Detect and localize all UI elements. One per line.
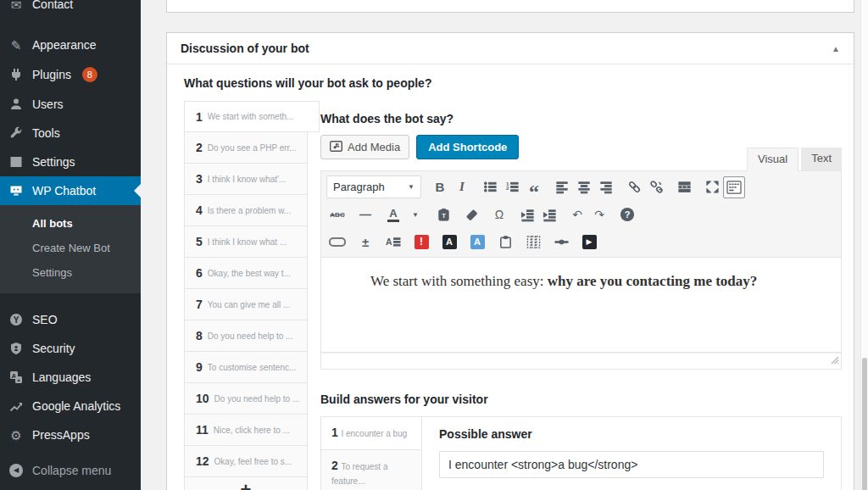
resize-handle-icon[interactable] xyxy=(831,354,839,367)
text-color-caret-button[interactable]: ▼ xyxy=(404,203,426,226)
sidebar-item-security[interactable]: Security xyxy=(0,334,141,363)
shortcode-columns-button[interactable] xyxy=(522,231,544,253)
sidebar-item-appearance[interactable]: ✎ Appearance xyxy=(0,31,141,59)
submenu-item-create-new-bot[interactable]: Create New Bot xyxy=(0,236,141,260)
editor-mode-tabs: Visual Text xyxy=(747,148,842,170)
toolbar-toggle-button[interactable] xyxy=(723,176,745,198)
shortcode-toggle-button[interactable]: ± xyxy=(354,231,376,253)
collapse-arrow-icon: ◀ xyxy=(8,464,25,477)
paragraph-format-select[interactable]: Paragraph ▼ xyxy=(326,175,421,198)
question-item-10[interactable]: 10 Do you need help to ... xyxy=(184,383,308,415)
question-item-7[interactable]: 7 You can give me all ... xyxy=(184,289,308,320)
sidebar-item-settings[interactable]: Settings xyxy=(0,148,141,176)
text-tab[interactable]: Text xyxy=(801,148,842,170)
question-item-4[interactable]: 4 Is there a problem w... xyxy=(184,195,308,226)
shortcode-divider-button[interactable] xyxy=(550,231,572,253)
insert-link-button[interactable] xyxy=(623,176,645,198)
svg-text:Y: Y xyxy=(14,315,19,325)
submenu-item-all-bots[interactable]: All bots xyxy=(0,211,141,236)
question-item-1[interactable]: 1 We start with someth... xyxy=(184,101,320,132)
sidebar-item-plugins[interactable]: Plugins 8 xyxy=(0,59,141,90)
button-shape-icon xyxy=(329,237,346,247)
answer-item-1[interactable]: 1 I encounter a bug xyxy=(321,417,421,450)
blockquote-button[interactable]: “ xyxy=(523,176,545,198)
question-item-3[interactable]: 3 I think I know what'... xyxy=(184,164,308,195)
text-color-button[interactable]: A xyxy=(382,203,404,226)
add-question-button[interactable]: + xyxy=(184,477,308,490)
answer-item-2[interactable]: 2 To request a feature... xyxy=(321,450,421,490)
editor-content[interactable]: We start with something easy: why are yo… xyxy=(320,258,842,353)
shortcode-button-button[interactable] xyxy=(326,231,348,253)
columns-icon xyxy=(526,235,541,249)
eraser-icon xyxy=(465,208,479,222)
sidebar-item-tools[interactable]: Tools xyxy=(0,119,141,148)
sidebar-item-languages[interactable]: A✶ Languages xyxy=(0,363,141,392)
sidebar-item-contact[interactable]: ✉ Contact xyxy=(0,0,141,19)
sidebar-item-label: WP Chatbot xyxy=(32,184,96,198)
align-left-button[interactable] xyxy=(551,176,573,198)
question-item-2[interactable]: 2 Do you see a PHP err... xyxy=(184,132,308,164)
sidebar-item-pressapps[interactable]: ⚙ PressApps xyxy=(0,420,141,449)
shortcode-video-button[interactable]: ▶ xyxy=(578,231,600,253)
submenu-item-settings[interactable]: Settings xyxy=(0,260,141,285)
possible-answer-input[interactable] xyxy=(439,451,824,478)
redo-button[interactable]: ↷ xyxy=(588,203,610,226)
settings-icon xyxy=(8,155,25,169)
indent-button[interactable] xyxy=(538,203,560,226)
special-character-button[interactable]: Ω xyxy=(488,203,510,226)
more-tag-icon xyxy=(677,180,692,194)
sidebar-item-google-analytics[interactable]: Google Analytics xyxy=(0,392,141,420)
editor-toolbar: Paragraph ▼ B I 12 xyxy=(320,170,842,258)
read-more-button[interactable] xyxy=(673,176,695,198)
question-item-9[interactable]: 9 To customise sentenc... xyxy=(184,352,308,383)
italic-button[interactable]: I xyxy=(451,176,473,198)
divider-icon xyxy=(554,235,569,249)
question-item-8[interactable]: 8 Do you need help to ... xyxy=(184,320,308,352)
collapse-menu-button[interactable]: ◀ Collapse menu xyxy=(0,456,141,485)
shortcode-page-button[interactable] xyxy=(494,231,516,253)
help-button[interactable]: ? xyxy=(616,203,638,226)
add-shortcode-button[interactable]: Add Shortcode xyxy=(416,135,519,159)
paste-as-text-button[interactable]: T xyxy=(432,203,454,226)
align-right-button[interactable] xyxy=(595,176,617,198)
discussion-panel: Discussion of your bot ▲ What questions … xyxy=(166,32,854,490)
outdent-button[interactable] xyxy=(516,203,538,226)
align-center-button[interactable] xyxy=(573,176,595,198)
scrollbar-thumb[interactable] xyxy=(862,358,867,490)
question-item-5[interactable]: 5 I think I know what ... xyxy=(184,226,308,258)
wrench-icon xyxy=(8,126,25,140)
discussion-panel-header[interactable]: Discussion of your bot ▲ xyxy=(167,33,854,64)
sidebar-item-seo[interactable]: Y SEO xyxy=(0,305,141,334)
sidebar-item-wp-chatbot[interactable]: WP Chatbot xyxy=(0,176,141,205)
sidebar-item-label: Languages xyxy=(32,370,91,384)
bold-button[interactable]: B xyxy=(429,176,451,198)
visual-tab[interactable]: Visual xyxy=(747,148,798,171)
collapse-panel-icon[interactable]: ▲ xyxy=(832,44,840,53)
add-media-button[interactable]: Add Media xyxy=(320,135,409,159)
admin-content: Discussion of your bot ▲ What questions … xyxy=(141,0,868,490)
clear-formatting-button[interactable] xyxy=(460,203,482,226)
bullet-list-button[interactable] xyxy=(479,176,501,198)
fullscreen-button[interactable] xyxy=(701,176,723,198)
numbered-list-button[interactable]: 12 xyxy=(501,176,523,198)
indent-icon xyxy=(542,208,557,222)
question-item-12[interactable]: 12 Okay, feel free to s... xyxy=(184,446,308,477)
sidebar-item-label: Tools xyxy=(32,126,60,140)
shortcode-dropcap-button[interactable]: A xyxy=(438,231,460,253)
remove-link-button[interactable] xyxy=(645,176,667,198)
horizontal-rule-button[interactable]: — xyxy=(354,203,376,226)
undo-button[interactable]: ↶ xyxy=(566,203,588,226)
question-item-6[interactable]: 6 Okay, the best way t... xyxy=(184,258,308,289)
sidebar-item-users[interactable]: Users xyxy=(0,90,141,119)
numbered-list-icon: 12 xyxy=(505,180,520,194)
answers-list: 1 I encounter a bug 2 To request a featu… xyxy=(321,417,422,490)
shortcode-alert-button[interactable]: ! xyxy=(410,231,432,253)
shortcode-infobox-button[interactable]: A xyxy=(466,231,488,253)
page-scrollbar[interactable] xyxy=(860,0,868,490)
question-item-11[interactable]: 11 Nice, click here to ... xyxy=(184,415,308,446)
answer-detail: Possible answer Then go to which questio… xyxy=(422,417,841,490)
shortcode-definition-list-button[interactable]: A xyxy=(382,231,404,253)
email-icon: ✉ xyxy=(8,0,25,11)
editor-statusbar xyxy=(320,353,842,370)
strikethrough-button[interactable]: ABC xyxy=(326,203,348,226)
